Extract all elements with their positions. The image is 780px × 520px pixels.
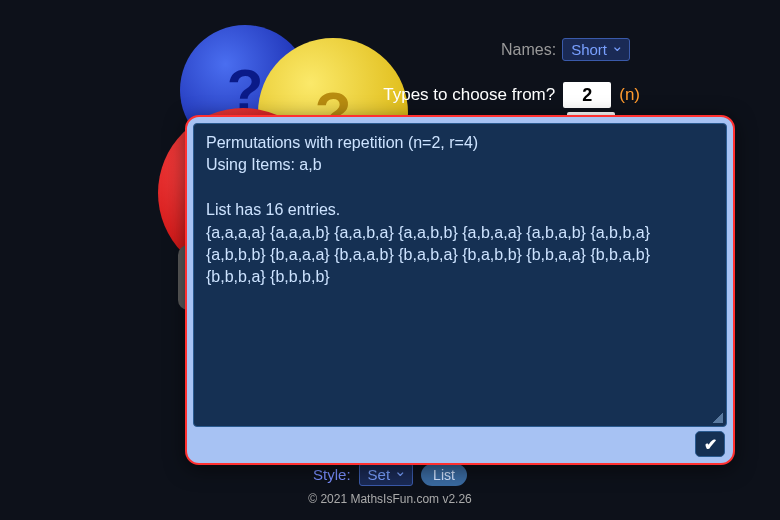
results-dialog: Permutations with repetition (n=2, r=4) … [185,115,735,465]
names-row: Names: Short [501,38,630,61]
style-label: Style: [313,466,351,483]
list-button[interactable]: List [421,464,467,486]
dialog-footer: ✔ [193,427,727,457]
types-input[interactable] [563,82,611,108]
results-textarea[interactable]: Permutations with repetition (n=2, r=4) … [193,123,727,427]
style-select[interactable]: Set [359,463,414,486]
names-select[interactable]: Short [562,38,630,61]
check-icon: ✔ [704,435,717,454]
bottom-controls: Style: Set List [0,463,780,486]
names-label: Names: [501,41,556,59]
names-select-value: Short [571,41,607,58]
dialog-ok-button[interactable]: ✔ [695,431,725,457]
types-row: Types to choose from? (n) [383,82,640,108]
types-var: (n) [619,85,640,105]
style-select-value: Set [368,466,391,483]
types-label: Types to choose from? [383,85,555,105]
copyright: © 2021 MathsIsFun.com v2.26 [0,492,780,506]
